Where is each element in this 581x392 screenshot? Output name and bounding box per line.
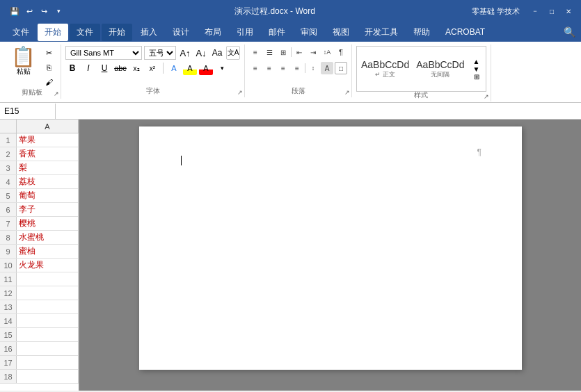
- table-row[interactable]: 8水蜜桃: [0, 231, 79, 245]
- styles-up-button[interactable]: ▲: [470, 58, 483, 65]
- paragraph-expand-icon[interactable]: ↗: [344, 89, 350, 96]
- menu-file[interactable]: 文件: [6, 24, 36, 41]
- menu-acrobat[interactable]: ACROBAT: [438, 24, 492, 40]
- cell-value[interactable]: 李子: [17, 203, 79, 216]
- increase-font-button[interactable]: A↑: [178, 46, 192, 60]
- italic-button[interactable]: I: [81, 61, 95, 75]
- menu-file2[interactable]: 文件: [70, 24, 100, 41]
- multilevel-list-button[interactable]: ⊞: [277, 46, 289, 58]
- table-row[interactable]: 13: [0, 300, 79, 314]
- text-cursor[interactable]: [181, 154, 480, 165]
- table-row[interactable]: 10火龙果: [0, 259, 79, 272]
- customize-icon[interactable]: ▾: [52, 5, 65, 17]
- decrease-indent-button[interactable]: ⇤: [293, 46, 305, 58]
- align-left-button[interactable]: ≡: [249, 62, 262, 74]
- minimize-button[interactable]: －: [528, 4, 542, 18]
- shading-button[interactable]: A: [321, 62, 333, 74]
- table-row[interactable]: 6李子: [0, 203, 79, 217]
- decrease-font-button[interactable]: A↓: [194, 46, 208, 60]
- table-row[interactable]: 2香蕉: [0, 147, 79, 161]
- font-expand-icon[interactable]: ↗: [237, 89, 243, 96]
- cell-value[interactable]: [17, 314, 79, 327]
- cell-value[interactable]: [17, 370, 79, 383]
- cell-value[interactable]: 蜜柚: [17, 245, 79, 258]
- paste-button[interactable]: 📋 粘贴: [7, 46, 40, 78]
- copy-button[interactable]: ⎘: [41, 60, 56, 74]
- cell-value[interactable]: 香蕉: [17, 147, 79, 161]
- menu-developer[interactable]: 开发工具: [358, 24, 405, 41]
- table-row[interactable]: 5葡萄: [0, 189, 79, 203]
- table-row[interactable]: 7樱桃: [0, 217, 79, 231]
- style-no-spacing[interactable]: AaBbCcDd 无间隔: [415, 58, 465, 81]
- align-center-button[interactable]: ≡: [263, 62, 276, 74]
- cut-button[interactable]: ✂: [41, 46, 56, 60]
- change-case-button[interactable]: Aa: [210, 46, 224, 60]
- cell-value[interactable]: 梨: [17, 161, 79, 174]
- redo-icon[interactable]: ↪: [38, 5, 50, 17]
- cell-value[interactable]: 荔枝: [17, 175, 79, 188]
- search-icon[interactable]: 🔍: [563, 26, 575, 38]
- cell-value[interactable]: [17, 300, 79, 313]
- table-row[interactable]: 17: [0, 356, 79, 370]
- save-icon[interactable]: 💾: [8, 5, 21, 17]
- superscript-button[interactable]: x²: [145, 61, 159, 75]
- menu-home2[interactable]: 开始: [102, 24, 132, 41]
- subscript-button[interactable]: x₂: [129, 61, 143, 75]
- show-marks-button[interactable]: ¶: [335, 46, 347, 58]
- text-highlight-button[interactable]: A: [183, 61, 197, 75]
- table-row[interactable]: 16: [0, 342, 79, 356]
- cell-value[interactable]: 葡萄: [17, 189, 79, 202]
- cell-value[interactable]: 樱桃: [17, 217, 79, 230]
- table-row[interactable]: 12: [0, 286, 79, 300]
- justify-button[interactable]: ≡: [291, 62, 303, 74]
- text-effect-button[interactable]: A: [167, 61, 181, 75]
- cell-value[interactable]: 苹果: [17, 133, 79, 147]
- table-row[interactable]: 11: [0, 272, 79, 286]
- table-row[interactable]: 3梨: [0, 161, 79, 175]
- increase-indent-button[interactable]: ⇥: [307, 46, 319, 58]
- table-row[interactable]: 14: [0, 314, 79, 328]
- cell-value[interactable]: [17, 342, 79, 355]
- clipboard-expand-icon[interactable]: ↗: [54, 90, 59, 97]
- cell-value[interactable]: [17, 356, 79, 369]
- table-row[interactable]: 1苹果: [0, 133, 79, 147]
- menu-review[interactable]: 审阅: [294, 24, 324, 41]
- numbering-button[interactable]: ☰: [263, 46, 276, 58]
- menu-help[interactable]: 帮助: [406, 24, 437, 41]
- cell-value[interactable]: 火龙果: [17, 259, 79, 272]
- sort-button[interactable]: ↕A: [321, 46, 333, 58]
- menu-insert[interactable]: 插入: [134, 24, 164, 41]
- cell-value[interactable]: [17, 272, 79, 286]
- styles-down-button[interactable]: ▼: [470, 65, 483, 73]
- menu-layout[interactable]: 布局: [198, 24, 228, 41]
- cell-value[interactable]: [17, 328, 79, 341]
- close-button[interactable]: ✕: [562, 4, 575, 18]
- line-spacing-button[interactable]: ↕: [307, 62, 319, 74]
- underline-button[interactable]: U: [97, 61, 111, 75]
- table-row[interactable]: 18: [0, 370, 79, 384]
- font-size-select[interactable]: 五号 初号 小初 一号: [144, 46, 176, 60]
- font-color-button[interactable]: A: [199, 61, 213, 75]
- table-row[interactable]: 15: [0, 328, 79, 342]
- menu-design[interactable]: 设计: [166, 24, 196, 41]
- cell-value[interactable]: [17, 286, 79, 300]
- cell-value[interactable]: 水蜜桃: [17, 231, 79, 244]
- restore-button[interactable]: □: [545, 4, 559, 18]
- table-row[interactable]: 4荔枝: [0, 175, 79, 189]
- bullets-button[interactable]: ≡: [249, 46, 262, 58]
- table-row[interactable]: 9蜜柚: [0, 245, 79, 259]
- name-box[interactable]: E15: [0, 104, 56, 119]
- styles-expand-icon[interactable]: ↗: [484, 93, 489, 100]
- font-name-select[interactable]: Gill Sans MT: [65, 46, 142, 60]
- word-page[interactable]: ¶: [139, 126, 522, 370]
- bold-button[interactable]: B: [65, 61, 79, 75]
- undo-icon[interactable]: ↩: [23, 5, 35, 17]
- borders-button[interactable]: □: [335, 62, 347, 74]
- styles-expand-button[interactable]: ⊞: [470, 73, 483, 81]
- menu-home[interactable]: 开始: [38, 24, 68, 41]
- menu-view[interactable]: 视图: [326, 24, 356, 41]
- align-right-button[interactable]: ≡: [277, 62, 289, 74]
- menu-mail[interactable]: 邮件: [262, 24, 292, 41]
- strikethrough-button[interactable]: abc: [113, 61, 127, 75]
- font-color-dropdown[interactable]: ▾: [215, 61, 229, 75]
